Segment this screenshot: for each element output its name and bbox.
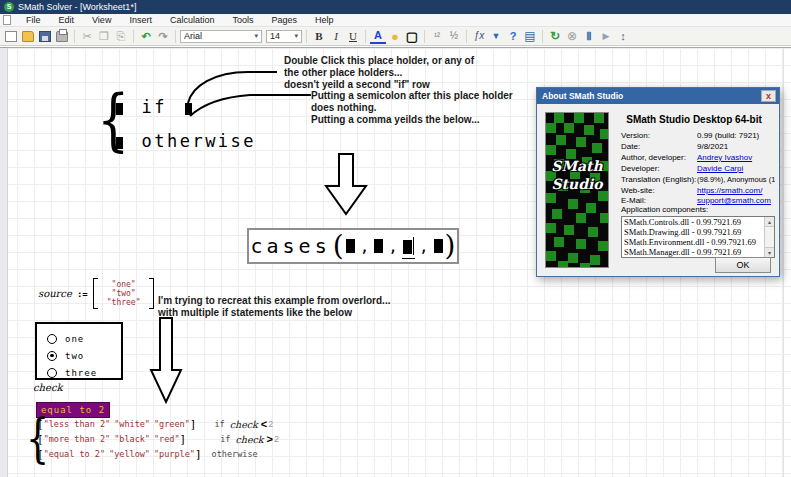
- placeholder[interactable]: [116, 103, 123, 115]
- app-window: S SMath Solver - [Worksheet1*] File Edit…: [0, 0, 791, 477]
- menu-view[interactable]: View: [83, 15, 120, 25]
- menu-calculation[interactable]: Calculation: [161, 15, 224, 25]
- bold-icon[interactable]: B: [311, 29, 327, 44]
- close-bracket: ]: [195, 448, 202, 461]
- superscript-icon[interactable]: ¹²: [429, 29, 445, 44]
- underline-icon[interactable]: U: [345, 29, 361, 44]
- border-icon[interactable]: ▢: [404, 29, 420, 44]
- open-icon: [22, 31, 34, 42]
- open-paren: (: [333, 232, 344, 260]
- paste-icon[interactable]: ⎘: [113, 29, 129, 44]
- field-translation: Translation (English): (98.9%), Anonymou…: [621, 175, 775, 184]
- font-size-combo[interactable]: 14 ▾: [266, 30, 302, 43]
- play-icon[interactable]: ▶: [598, 29, 614, 44]
- otherwise-row[interactable]: otherwise: [116, 131, 256, 151]
- note-line: Putting a comma yeilds the below...: [311, 114, 513, 126]
- field-label: Translation (English):: [621, 175, 696, 184]
- radio-option-two[interactable]: two: [47, 347, 121, 364]
- cut-icon[interactable]: ✂: [79, 29, 95, 44]
- new-button[interactable]: [3, 29, 19, 44]
- italic-icon[interactable]: I: [328, 29, 344, 44]
- component-item[interactable]: SMath.Controls.dll - 0.99.7921.69: [622, 217, 774, 227]
- panel-icon[interactable]: ▤: [522, 29, 538, 44]
- component-item[interactable]: SMath.Manager.dll - 0.99.7921.69: [622, 247, 774, 257]
- font-name-combo[interactable]: Arial ▾: [180, 30, 262, 43]
- toolbar-separator: [542, 30, 543, 43]
- question-icon[interactable]: ?: [505, 29, 521, 44]
- website-link[interactable]: https://smath.com/: [697, 186, 775, 195]
- note-recreate[interactable]: I'm trying to recreat this example from …: [158, 295, 390, 319]
- developer-link[interactable]: Davide Carpi: [697, 164, 775, 173]
- radio-label: two: [65, 351, 84, 361]
- menu-edit[interactable]: Edit: [50, 15, 84, 25]
- radio-selected-icon[interactable]: [47, 351, 57, 361]
- scroll-down-icon[interactable]: ▾: [765, 247, 774, 257]
- font-color-icon[interactable]: A: [370, 29, 386, 44]
- dialog-title-bar[interactable]: About SMath Studio: [537, 88, 779, 104]
- component-item[interactable]: SMath.Drawing.dll - 0.99.7921.69: [622, 227, 774, 237]
- save-button[interactable]: [37, 29, 53, 44]
- radio-icon[interactable]: [47, 334, 57, 344]
- up-down-icon[interactable]: ↕: [615, 29, 631, 44]
- cases-expression[interactable]: cases ( , , , ): [247, 228, 459, 264]
- menu-insert[interactable]: Insert: [120, 15, 161, 25]
- string-literal: "more than 2": [44, 434, 111, 444]
- scroll-up-icon[interactable]: ▴: [765, 217, 774, 227]
- component-item[interactable]: SMath.Environment.dll - 0.99.7921.69: [622, 237, 774, 247]
- comma: ,: [388, 237, 398, 256]
- undo-icon[interactable]: ↶: [138, 29, 154, 44]
- pause-icon[interactable]: Ⅱ: [581, 29, 597, 44]
- funnel-icon[interactable]: ▼: [488, 29, 504, 44]
- redo-icon[interactable]: ↷: [155, 29, 171, 44]
- radio-icon[interactable]: [47, 368, 57, 378]
- field-value: (98.9%), Anonymous (11.7%: [697, 175, 775, 184]
- author-link[interactable]: Andrey Ivashov: [697, 153, 775, 162]
- interrupt-icon[interactable]: ⊗: [564, 29, 580, 44]
- menu-file[interactable]: File: [17, 15, 50, 25]
- field-label: Web-site:: [621, 186, 655, 195]
- placeholder[interactable]: [116, 137, 123, 149]
- copy-icon[interactable]: ❐: [96, 29, 112, 44]
- print-button[interactable]: [54, 29, 70, 44]
- close-icon[interactable]: x: [761, 90, 776, 102]
- source-definition[interactable]: source := "one" "two" "three": [38, 278, 154, 309]
- matrix-cell: "one": [112, 280, 136, 289]
- greater-than-operator: >: [267, 433, 273, 445]
- recalculate-icon[interactable]: ↻: [547, 29, 563, 44]
- logo-wordmark: SMath Studio: [546, 157, 608, 193]
- otherwise-keyword: otherwise: [141, 131, 256, 151]
- cases-row-2[interactable]: [ "more than 2" "black" "red" ] if check…: [37, 432, 279, 446]
- highlight-ball-icon[interactable]: ●: [387, 29, 403, 44]
- note-double-click[interactable]: Double Click this place holder, or any o…: [284, 55, 474, 91]
- dialog-heading: SMath Studio Desktop 64-bit: [613, 114, 775, 125]
- placeholder[interactable]: [403, 240, 412, 254]
- email-link[interactable]: support@smath.com: [697, 196, 775, 205]
- worksheet-doc-icon[interactable]: [3, 15, 11, 25]
- placeholder[interactable]: [434, 239, 443, 253]
- scrollbar[interactable]: ▴ ▾: [764, 217, 774, 257]
- radio-option-one[interactable]: one: [47, 330, 121, 347]
- note-semicolon[interactable]: Putting a semicolon after this place hol…: [311, 90, 513, 126]
- menu-tools[interactable]: Tools: [223, 15, 262, 25]
- placeholder[interactable]: [374, 239, 383, 253]
- if-row[interactable]: if: [116, 97, 192, 117]
- cases-row-1[interactable]: [ "less than 2" "white" "green" ] if che…: [37, 417, 273, 431]
- worksheet-canvas[interactable]: { if otherwise Double Click this place h…: [0, 47, 791, 477]
- active-placeholder-cursor[interactable]: [403, 237, 414, 255]
- placeholder[interactable]: [346, 239, 355, 253]
- radio-option-three[interactable]: three: [47, 364, 121, 381]
- open-button[interactable]: [20, 29, 36, 44]
- fraction-icon[interactable]: ½: [446, 29, 462, 44]
- menu-pages[interactable]: Pages: [262, 15, 306, 25]
- title-bar: S SMath Solver - [Worksheet1*]: [0, 0, 791, 14]
- placeholder[interactable]: [185, 103, 192, 115]
- field-developer: Developer: Davide Carpi: [621, 164, 775, 173]
- comma: ,: [419, 237, 429, 256]
- menu-help[interactable]: Help: [306, 15, 343, 25]
- ok-button[interactable]: OK: [715, 257, 771, 273]
- components-listbox[interactable]: SMath.Controls.dll - 0.99.7921.69 SMath.…: [621, 216, 775, 258]
- radio-group-check[interactable]: one two three: [35, 322, 123, 380]
- cases-row-3[interactable]: [ "equal to 2" "yellow" "purple" ] other…: [37, 447, 258, 461]
- matrix-cell: "two": [112, 289, 136, 298]
- function-icon[interactable]: ƒx: [471, 29, 487, 44]
